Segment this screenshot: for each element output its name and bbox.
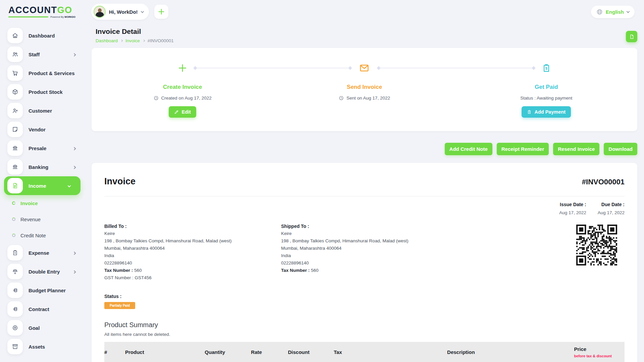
chevron-right-icon (73, 166, 76, 169)
billed-to-phone: 02228896140 (104, 259, 281, 267)
breadcrumb: Dashboard Invoice #INVO00001 (96, 38, 174, 43)
qr-code (576, 225, 617, 265)
bullet-ring-icon (12, 234, 15, 237)
sidebar-item-banking[interactable]: Banking (4, 158, 86, 176)
clock-icon (339, 96, 344, 101)
step-meta-text: Created on Aug 17, 2022 (161, 96, 212, 101)
users-icon (12, 51, 18, 58)
sidebar-item-vendor[interactable]: Vendor (4, 120, 86, 139)
chevron-right-icon (120, 40, 123, 42)
chevron-right-icon (73, 53, 76, 57)
shipped-to-country: India (281, 252, 458, 259)
receipt-reminder-button[interactable]: Receipt Reminder (497, 143, 549, 155)
box-icon (12, 88, 18, 95)
clock-icon (154, 96, 159, 101)
resend-invoice-button[interactable]: Resend Invoice (553, 143, 599, 155)
breadcrumb-invoice-link[interactable]: Invoice (125, 38, 140, 43)
due-date: Due Date : Aug 17, 2022 (598, 202, 625, 215)
sidebar-item-product-stock[interactable]: Product Stock (4, 82, 86, 101)
edit-invoice-button[interactable]: Edit (169, 106, 196, 118)
sidebar-item-presale[interactable]: Presale (4, 139, 86, 158)
shipped-to-block: Shipped To : Keire 198 , Bombay Talkies … (281, 223, 458, 282)
sidebar-item-goal[interactable]: Goal (4, 318, 86, 337)
shipped-to-name: Keire (281, 230, 458, 237)
sidebar-item-expense[interactable]: $ Expense (4, 243, 86, 262)
breadcrumb-dashboard-link[interactable]: Dashboard (96, 38, 118, 43)
quick-add-button[interactable] (154, 5, 168, 19)
billed-to-country: India (104, 252, 281, 259)
chevron-right-icon (143, 40, 145, 42)
table-header: # Product Quantity Rate Discount Tax Des… (104, 342, 625, 362)
chevron-down-icon (627, 10, 630, 13)
document-icon (12, 182, 18, 189)
sidebar-item-dashboard[interactable]: Dashboard (4, 26, 86, 45)
sidebar-item-customer[interactable]: Customer (4, 101, 86, 120)
target-icon (12, 324, 18, 331)
svg-text:$: $ (13, 308, 15, 311)
invoice-dollar-icon: $ (541, 63, 551, 73)
file-icon (629, 34, 634, 39)
price-subheader: before tax & discount (574, 354, 622, 358)
step-get-paid: $ Get Paid Status : Awaiting payment $ A… (455, 60, 637, 118)
envelope-icon (359, 63, 370, 73)
sidebar-item-budget-planner[interactable]: $ Budget Planner (4, 281, 86, 300)
sidebar-subitem-revenue[interactable]: Revenue (4, 211, 86, 227)
logo-secondary: GO (57, 5, 72, 15)
issue-date: Issue Date : Aug 17, 2022 (559, 202, 586, 215)
shipped-to-address2: Mumbai, Maharashtra 400064 (281, 245, 458, 252)
bank-icon (12, 145, 18, 152)
status-badge: Partialy Paid (104, 302, 135, 309)
col-index: # (104, 349, 125, 355)
billed-to-tax: Tax Number : 560 (104, 267, 281, 274)
language-label: English (606, 9, 624, 15)
step-send-invoice: Send Invoice Sent on Aug 17, 2022 (273, 60, 455, 118)
powered-by-brand: WORKDO (64, 16, 75, 18)
invoice-dates: Issue Date : Aug 17, 2022 Due Date : Aug… (104, 202, 625, 215)
export-document-button[interactable] (626, 31, 637, 42)
invoice-document-card: Invoice #INVO00001 Issue Date : Aug 17, … (92, 163, 637, 362)
add-payment-button[interactable]: $ Add Payment (522, 106, 571, 118)
sidebar-item-contract[interactable]: $ Contract (4, 300, 86, 318)
user-menu[interactable]: Hi, WorkDo! (91, 4, 149, 20)
invoice-actions: Add Credit Note Receipt Reminder Resend … (92, 143, 637, 155)
sidebar-subitem-invoice[interactable]: Invoice (4, 195, 86, 211)
invoice-title: Invoice (104, 176, 136, 187)
billed-to-address2: Mumbai, Maharashtra 400064 (104, 245, 281, 252)
billed-to-address1: 198 , Bombay Talkies Compd, Himanshurai … (104, 237, 281, 245)
logo-text: ACCOUNTGO (8, 6, 86, 15)
step-create-invoice: Create Invoice Created on Aug 17, 2022 E… (92, 60, 273, 118)
step-title: Get Paid (535, 84, 558, 90)
main-content: Invoice Detail Dashboard Invoice #INVO00… (86, 23, 644, 362)
sidebar-item-assets[interactable]: Assets (4, 337, 86, 356)
sidebar-item-staff[interactable]: Staff (4, 45, 86, 64)
home-icon (12, 32, 18, 39)
download-button[interactable]: Download (604, 143, 637, 155)
chevron-right-icon (73, 147, 76, 150)
coins-dollar-icon: $ (12, 287, 18, 294)
chevron-down-icon (68, 184, 71, 187)
bullet-ring-icon (12, 218, 15, 221)
svg-text:$: $ (545, 66, 548, 70)
add-credit-note-button[interactable]: Add Credit Note (445, 143, 492, 155)
product-summary-note: All items here cannot be deleted. (104, 332, 625, 337)
status-label: Status : (104, 294, 625, 299)
sidebar-item-double-entry[interactable]: Double Entry (4, 262, 86, 281)
language-selector[interactable]: English (591, 6, 635, 18)
sidebar-subitem-credit-note[interactable]: Credit Note (4, 227, 86, 243)
bullet-ring-icon (12, 201, 15, 205)
coins-dollar-icon: $ (12, 306, 18, 312)
step-meta-text: Status : Awaiting payment (520, 96, 572, 101)
col-description: Description (447, 349, 574, 355)
billed-to-block: Billed To : Keire 198 , Bombay Talkies C… (104, 223, 281, 282)
page-title: Invoice Detail (96, 27, 174, 36)
product-summary-title: Product Summary (104, 321, 625, 329)
col-tax: Tax (334, 349, 447, 355)
step-title: Send Invoice (347, 84, 382, 90)
plus-icon (177, 63, 187, 73)
invoice-dollar-icon: $ (527, 110, 532, 114)
billed-to-gst: GST Number : GST456 (104, 274, 281, 282)
invoice-number: #INVO00001 (582, 178, 625, 186)
col-product: Product (125, 349, 205, 355)
sidebar-item-income[interactable]: Income (4, 176, 80, 195)
sidebar-item-product-services[interactable]: Product & Services (4, 64, 86, 82)
